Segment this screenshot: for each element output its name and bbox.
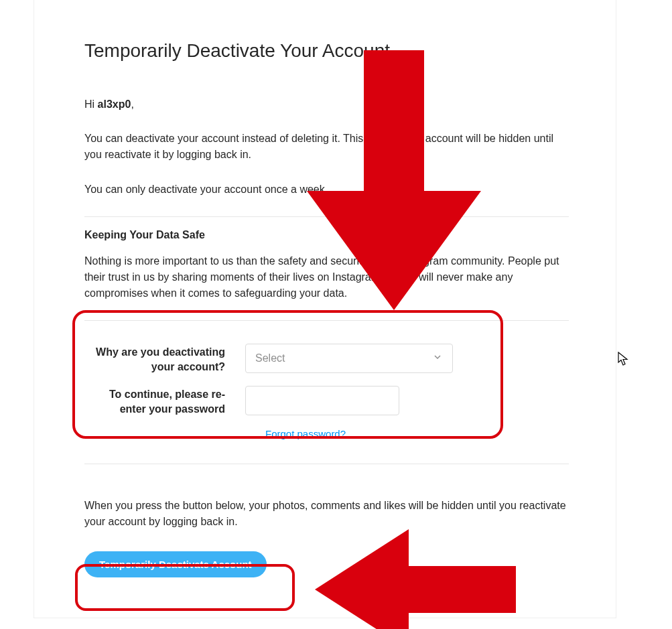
reason-row: Why are you deactivating your account? S… — [91, 344, 562, 374]
data-safe-paragraph: Nothing is more important to us than the… — [84, 253, 569, 301]
divider — [84, 464, 569, 464]
reason-label: Why are you deactivating your account? — [91, 344, 245, 374]
divider — [84, 216, 569, 217]
greeting-line: Hi al3xp0, — [84, 98, 569, 111]
chevron-down-icon — [432, 352, 443, 365]
deactivate-form: Why are you deactivating your account? S… — [84, 333, 569, 446]
cursor-icon — [618, 352, 630, 366]
password-row: To continue, please re-enter your passwo… — [91, 386, 562, 416]
divider — [84, 320, 569, 321]
username: al3xp0 — [98, 98, 131, 110]
reason-select-placeholder: Select — [255, 352, 285, 364]
settings-panel: Temporarily Deactivate Your Account Hi a… — [33, 0, 616, 618]
greeting-suffix: , — [131, 98, 133, 110]
intro-paragraph: You can deactivate your account instead … — [84, 131, 569, 163]
limit-paragraph: You can only deactivate your account onc… — [84, 182, 569, 198]
greeting-prefix: Hi — [84, 98, 98, 110]
forgot-password-link[interactable]: Forgot password? — [265, 428, 346, 439]
password-input[interactable] — [245, 386, 399, 415]
forgot-row: Forgot password? — [91, 428, 562, 439]
reason-select[interactable]: Select — [245, 344, 453, 373]
warning-paragraph: When you press the button below, your ph… — [84, 498, 569, 530]
temporarily-deactivate-button[interactable]: Temporarily Deactivate Account — [84, 551, 267, 577]
password-label: To continue, please re-enter your passwo… — [91, 386, 245, 416]
page-title: Temporarily Deactivate Your Account — [84, 40, 569, 62]
data-safe-heading: Keeping Your Data Safe — [84, 229, 569, 241]
